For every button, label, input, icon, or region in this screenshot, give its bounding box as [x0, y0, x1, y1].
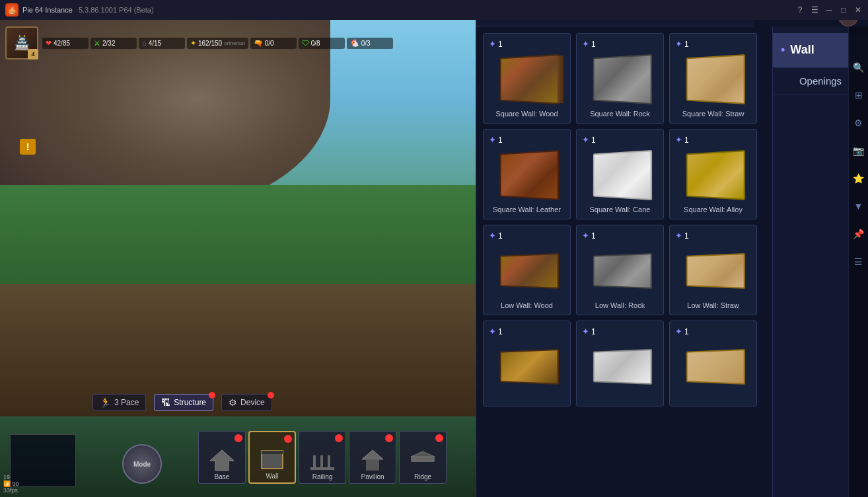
wall-preview: [680, 149, 746, 202]
wall-preview: [494, 53, 560, 106]
cost-badge: ✦ 1: [675, 326, 689, 336]
cost-icon: ✦: [489, 326, 496, 336]
tool-layers[interactable]: ☰: [851, 254, 867, 270]
game-viewport: 🏯 4 ❤ 42/85 ⚔ 2/32 ⌂ 4/15 ✦ 162/150 orth…: [0, 0, 476, 497]
svg-rect-4: [313, 455, 316, 469]
grid-item-bottom-1[interactable]: ✦ 1: [483, 321, 571, 406]
wall-preview: [680, 245, 746, 297]
cost-icon: ✦: [582, 39, 589, 49]
grid-item-low-wall-straw[interactable]: ✦ 1 Low Wall: Straw: [669, 225, 757, 315]
grid-item-square-wall-cane[interactable]: ✦ 1 Square Wall: Cane: [576, 129, 664, 219]
help-button[interactable]: ?: [795, 5, 805, 15]
grid-item-square-wall-straw[interactable]: ✦ 1 Square Wall: Straw: [669, 33, 757, 124]
title-bar: 🥧 Pie 64 Instance 5.3.86.1001 P64 (Beta)…: [0, 0, 868, 20]
house-stat: ⌂ 4/15: [139, 38, 185, 49]
build-item-railing[interactable]: Railing: [299, 431, 346, 484]
tab-3pace[interactable]: 🏃 3 Pace: [92, 394, 146, 411]
gear-value: 162/150: [198, 40, 222, 47]
cost-badge: ✦ 1: [489, 135, 503, 145]
tool-search[interactable]: 🔍: [851, 59, 867, 75]
ridge-shape: [410, 449, 436, 472]
cost-icon: ✦: [675, 135, 682, 145]
build-item-pavilion[interactable]: Pavilion: [349, 431, 396, 484]
shield-value: 0/8: [311, 40, 320, 47]
grid-item-bottom-3[interactable]: ✦ 1: [669, 321, 757, 406]
grid-item-square-wall-wood[interactable]: ✦ 1 Square Wall: Wood: [483, 33, 571, 124]
wall-alloy-preview: [686, 150, 744, 200]
grid-item-square-wall-leather[interactable]: ✦ 1 Square Wall: Leather: [483, 129, 571, 219]
gear-suffix: ortherast: [224, 40, 245, 46]
cost-value: 1: [498, 327, 503, 336]
build-item-wall[interactable]: Wall: [248, 431, 296, 484]
cost-badge: ✦ 1: [489, 326, 503, 336]
wall-preview: [680, 340, 746, 393]
cost-value: 1: [684, 327, 689, 336]
maximize-button[interactable]: □: [839, 5, 848, 15]
item-label: Square Wall: Alloy: [684, 206, 742, 213]
item-label: Square Wall: Rock: [590, 110, 650, 118]
tab-structure[interactable]: 🏗 Structure: [154, 394, 213, 411]
pavilion-label: Pavilion: [361, 473, 384, 480]
wall-preview: [587, 149, 653, 202]
ammo-icon: 🔫: [254, 39, 263, 48]
cost-badge: ✦ 1: [675, 231, 689, 241]
wall-alert: [284, 435, 292, 443]
grid-container: ✦ 1 Square Wall: Wood ✦ 1 Square Wall: R…: [483, 33, 757, 406]
grid-item-low-wall-wood[interactable]: ✦ 1 Low Wall: Wood: [483, 225, 571, 315]
chicken-icon: 🐔: [350, 39, 359, 48]
3pace-icon: 🏃: [100, 397, 111, 408]
cost-icon: ✦: [582, 231, 589, 241]
tool-settings[interactable]: ⚙: [851, 115, 867, 131]
cost-value: 1: [591, 40, 596, 49]
cost-value: 1: [591, 327, 596, 336]
tool-grid[interactable]: ⊞: [851, 87, 867, 103]
svg-rect-6: [328, 455, 330, 469]
structure-alert: [209, 392, 215, 399]
build-items-bar: Base Wall: [198, 431, 447, 497]
wall-grid: ✦ 1 Square Wall: Wood ✦ 1 Square Wall: R…: [476, 26, 764, 497]
svg-marker-10: [411, 451, 435, 457]
structure-label: Structure: [174, 398, 206, 407]
item-label: Square Wall: Cane: [590, 206, 651, 213]
base-shape: [209, 449, 235, 472]
tool-pin[interactable]: 📌: [851, 226, 867, 242]
minimize-button[interactable]: ─: [824, 5, 834, 15]
railing-shape: [309, 449, 336, 472]
wall-preview: [587, 340, 653, 393]
hud-top: 🏯 4 ❤ 42/85 ⚔ 2/32 ⌂ 4/15 ✦ 162/150 orth…: [0, 23, 476, 63]
category-panel: Wall Openings 🔍 ⊞ ⚙ 📷 ⭐ ▼ 📌 ☰: [772, 26, 868, 497]
wall-low-rock-preview: [593, 253, 651, 289]
atk-stat: ⚔ 2/32: [90, 38, 137, 49]
cost-badge: ✦ 1: [582, 39, 596, 49]
wall-low-wood-preview: [499, 253, 558, 289]
build-item-base[interactable]: Base: [198, 431, 246, 484]
mode-button[interactable]: Mode: [122, 444, 162, 484]
hud-stats: ❤ 42/85 ⚔ 2/32 ⌂ 4/15 ✦ 162/150 ortheras…: [42, 38, 470, 49]
tool-star[interactable]: ⭐: [851, 171, 867, 186]
grid-item-low-wall-rock[interactable]: ✦ 1 Low Wall: Rock: [576, 225, 664, 315]
hp-icon: ❤: [46, 39, 52, 48]
device-icon: ⚙: [229, 397, 237, 408]
tool-camera[interactable]: 📷: [851, 143, 867, 159]
grid-item-bottom-2[interactable]: ✦ 1: [576, 321, 664, 406]
cost-value: 1: [498, 40, 503, 49]
svg-rect-9: [411, 457, 435, 462]
item-label: Low Wall: Wood: [501, 301, 553, 309]
tool-filter[interactable]: ▼: [851, 198, 867, 214]
wall-straw-preview: [686, 54, 744, 104]
base-alert: [235, 434, 242, 442]
chicken-value: 0/3: [361, 40, 371, 47]
cost-value: 1: [684, 135, 689, 145]
cost-value: 1: [498, 231, 503, 241]
menu-button[interactable]: ☰: [810, 5, 819, 15]
shield-icon: 🛡: [302, 39, 309, 47]
tab-device[interactable]: ⚙ Device: [221, 394, 272, 411]
wall-preview: [587, 245, 653, 297]
close-button[interactable]: ✕: [853, 5, 863, 15]
wall-selection-panel: ◀ ✕ ✦ 1 Square Wall: Wood ✦ 1: [476, 0, 868, 497]
cost-badge: ✦ 1: [582, 326, 596, 336]
cost-badge: ✦ 1: [489, 231, 503, 241]
grid-item-square-wall-alloy[interactable]: ✦ 1 Square Wall: Alloy: [669, 129, 757, 219]
build-item-ridge[interactable]: Ridge: [399, 431, 447, 484]
grid-item-square-wall-rock[interactable]: ✦ 1 Square Wall: Rock: [576, 33, 664, 124]
